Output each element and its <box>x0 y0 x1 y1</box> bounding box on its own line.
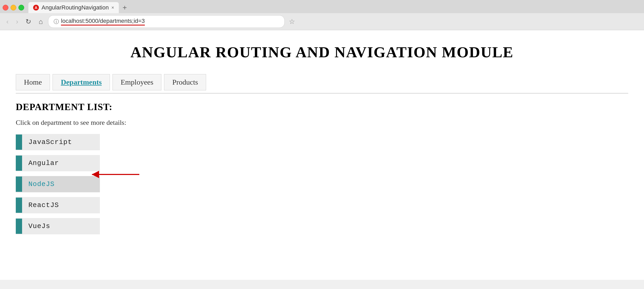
dept-label: Angular <box>22 155 65 171</box>
dept-item-reactjs[interactable]: ReactJS <box>16 197 100 213</box>
page-content: ANGULAR ROUTING AND NAVIGATION MODULE Ho… <box>0 30 644 280</box>
tab-bar: A AngularRoutingNavigation × + <box>0 0 644 13</box>
home-button[interactable]: ⌂ <box>37 17 45 27</box>
tab-title: AngularRoutingNavigation <box>42 4 109 11</box>
arrow-head <box>92 171 99 178</box>
dept-color-bar <box>16 198 22 213</box>
bookmark-button[interactable]: ☆ <box>288 17 296 27</box>
dept-label: VueJs <box>22 218 57 234</box>
close-button[interactable] <box>3 5 8 11</box>
dept-label: NodeJS <box>22 176 61 192</box>
arrow-line <box>92 174 139 175</box>
new-tab-button[interactable]: + <box>120 2 129 13</box>
refresh-button[interactable]: ↻ <box>23 17 33 27</box>
dept-item-angular[interactable]: Angular <box>16 155 100 171</box>
dept-color-bar <box>16 135 22 150</box>
address-bar-row: ‹ › ↻ ⌂ ⓘ localhost:5000/departments;id=… <box>0 13 644 30</box>
navigation-bar: Home Departments Employees Products <box>16 71 628 94</box>
dept-label: ReactJS <box>22 197 65 213</box>
section-title: DEPARTMENT LIST: <box>16 101 628 112</box>
department-list-section: DEPARTMENT LIST: Click on department to … <box>16 101 628 234</box>
browser-tab[interactable]: A AngularRoutingNavigation × <box>28 2 119 13</box>
url-text: localhost:5000/departments;id=3 <box>61 18 145 25</box>
forward-button[interactable]: › <box>14 17 21 27</box>
browser-chrome: A AngularRoutingNavigation × + ‹ › ↻ ⌂ ⓘ… <box>0 0 644 30</box>
arrow-annotation <box>92 174 139 175</box>
tab-close-button[interactable]: × <box>111 5 114 11</box>
minimize-button[interactable] <box>11 5 16 11</box>
angular-icon: A <box>33 5 39 11</box>
dept-color-bar <box>16 156 22 171</box>
dept-color-bar <box>16 177 22 192</box>
dept-item-vuejs[interactable]: VueJs <box>16 218 100 234</box>
lock-icon: ⓘ <box>54 18 59 25</box>
dept-label: JavaScript <box>22 134 78 150</box>
traffic-lights <box>3 5 24 11</box>
nav-item-departments[interactable]: Departments <box>53 74 110 90</box>
nav-item-home[interactable]: Home <box>16 74 50 90</box>
nav-item-products[interactable]: Products <box>164 74 206 90</box>
dept-item-javascript[interactable]: JavaScript <box>16 134 100 150</box>
page-title: ANGULAR ROUTING AND NAVIGATION MODULE <box>16 30 628 71</box>
address-bar[interactable]: ⓘ localhost:5000/departments;id=3 <box>48 15 285 28</box>
nav-item-employees[interactable]: Employees <box>113 74 161 90</box>
url-underlined: localhost:5000/departments;id=3 <box>61 18 145 25</box>
subtitle-text: Click on department to see more details: <box>16 119 628 127</box>
dept-item-nodejs[interactable]: NodeJS <box>16 176 100 192</box>
maximize-button[interactable] <box>18 5 24 11</box>
dept-color-bar <box>16 219 22 234</box>
back-button[interactable]: ‹ <box>4 17 11 27</box>
department-list: JavaScript Angular NodeJS ReactJS VueJs <box>16 134 628 234</box>
